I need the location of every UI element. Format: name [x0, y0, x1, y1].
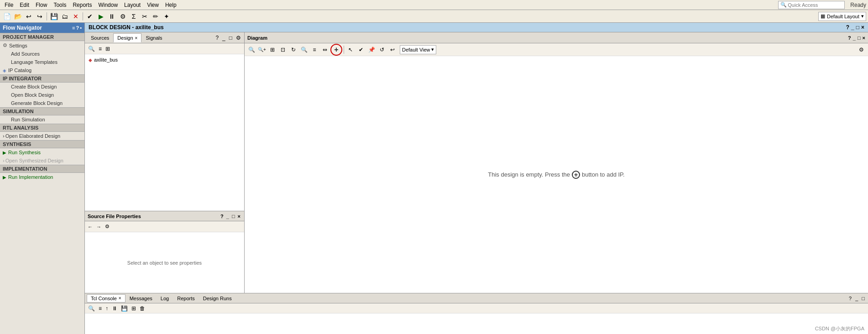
- console-max-icon[interactable]: □: [860, 295, 866, 302]
- sources-max-icon[interactable]: □: [228, 34, 234, 42]
- section-ip-integrator[interactable]: IP INTEGRATOR: [0, 74, 84, 83]
- menu-layout[interactable]: Layout: [121, 1, 143, 9]
- nav-run-simulation[interactable]: Run Simulation: [0, 115, 84, 124]
- diag-zoom-out-btn[interactable]: 🔍: [246, 45, 256, 55]
- console-save-icon[interactable]: 💾: [120, 305, 129, 312]
- console-tab-tcl-close[interactable]: ×: [119, 296, 121, 301]
- nav-create-block-design[interactable]: Create Block Design: [0, 83, 84, 91]
- new-btn[interactable]: 📄: [2, 11, 12, 21]
- menu-tools[interactable]: Tools: [51, 1, 69, 9]
- run-btn[interactable]: ▶: [96, 11, 106, 21]
- bd-close-icon[interactable]: ×: [861, 24, 864, 31]
- star-btn[interactable]: ✦: [162, 11, 172, 21]
- nav-run-synthesis[interactable]: ▶ Run Synthesis: [0, 148, 84, 157]
- diag-zoom-in-btn[interactable]: 🔍+: [257, 45, 267, 55]
- diag-rotate-btn[interactable]: ↻: [288, 45, 298, 55]
- quick-access-input[interactable]: [788, 2, 842, 8]
- menu-flow[interactable]: Flow: [33, 1, 50, 9]
- section-rtl-analysis[interactable]: RTL ANALYSIS: [0, 124, 84, 132]
- diag-zoom-reset-btn[interactable]: 🔍: [299, 45, 309, 55]
- diag-min-icon[interactable]: _: [853, 35, 856, 41]
- diag-spread-btn[interactable]: ⇔: [320, 45, 330, 55]
- view-dropdown[interactable]: Default View ▾: [400, 45, 436, 54]
- cut-btn[interactable]: ✂: [140, 11, 150, 21]
- settings-btn[interactable]: ⚙: [118, 11, 128, 21]
- flow-nav-help-icon[interactable]: ?: [76, 25, 79, 31]
- source-item-axilite[interactable]: ◆ axilite_bus: [87, 56, 242, 63]
- console-tab-design-runs[interactable]: Design Runs: [199, 294, 236, 303]
- tab-design[interactable]: Design ×: [113, 33, 141, 42]
- nav-settings[interactable]: ⚙ Settings: [0, 41, 84, 50]
- diag-undo-btn[interactable]: ↩: [387, 45, 397, 55]
- bd-min-icon[interactable]: _: [851, 24, 854, 31]
- console-tab-log[interactable]: Log: [157, 294, 173, 303]
- sources-filter-icon[interactable]: ≡: [97, 45, 103, 52]
- menu-window[interactable]: Window: [95, 1, 120, 9]
- tab-signals[interactable]: Signals: [141, 33, 166, 42]
- bd-max-icon[interactable]: □: [856, 24, 859, 31]
- bd-help-icon[interactable]: ?: [846, 24, 849, 31]
- diag-refresh-btn[interactable]: ↺: [377, 45, 387, 55]
- menu-edit[interactable]: Edit: [17, 1, 32, 9]
- menu-view[interactable]: View: [144, 1, 162, 9]
- diag-validate-btn[interactable]: ✔: [356, 45, 366, 55]
- quick-access-search[interactable]: 🔍: [778, 1, 845, 9]
- console-help-icon[interactable]: ?: [847, 295, 853, 302]
- sources-help-icon[interactable]: ?: [214, 34, 220, 42]
- tab-design-close[interactable]: ×: [135, 36, 138, 41]
- section-project-manager[interactable]: PROJECT MANAGER: [0, 33, 84, 41]
- edit-btn[interactable]: ✏: [151, 11, 161, 21]
- console-tab-reports[interactable]: Reports: [173, 294, 199, 303]
- console-min-icon[interactable]: _: [854, 295, 859, 302]
- props-max-icon[interactable]: □: [231, 213, 236, 219]
- props-fwd-icon[interactable]: →: [95, 224, 102, 230]
- props-help-icon[interactable]: ?: [220, 213, 225, 219]
- nav-open-synthesized-design[interactable]: › Open Synthesized Design: [0, 157, 84, 165]
- sources-search-icon[interactable]: 🔍: [87, 45, 96, 52]
- diag-close-icon[interactable]: ×: [863, 35, 865, 41]
- diag-pin-btn[interactable]: 📌: [366, 45, 376, 55]
- nav-ip-catalog[interactable]: ◈ IP Catalog: [0, 66, 84, 74]
- undo-btn[interactable]: ↩: [24, 11, 34, 21]
- console-clear-icon[interactable]: 🗑: [138, 305, 146, 312]
- diag-align-btn[interactable]: ≡: [309, 45, 319, 55]
- close-btn[interactable]: ✕: [71, 11, 81, 21]
- open-btn[interactable]: 📂: [13, 11, 23, 21]
- diag-fit2-btn[interactable]: ⊡: [278, 45, 288, 55]
- step-btn[interactable]: ⏸: [107, 11, 117, 21]
- nav-open-elaborated-design[interactable]: › Open Elaborated Design: [0, 132, 84, 140]
- nav-language-templates[interactable]: Language Templates: [0, 58, 84, 66]
- nav-generate-block-design[interactable]: Generate Block Design: [0, 99, 84, 107]
- console-tab-tcl[interactable]: Tcl Console ×: [87, 294, 125, 303]
- props-min-icon[interactable]: _: [225, 213, 230, 219]
- sources-settings-icon[interactable]: ⚙: [235, 34, 242, 42]
- section-implementation[interactable]: IMPLEMENTATION: [0, 165, 84, 173]
- check-btn[interactable]: ✔: [85, 11, 95, 21]
- diag-settings-gear[interactable]: ⚙: [856, 45, 866, 55]
- menu-file[interactable]: File: [2, 1, 16, 9]
- flow-nav-dot-icon[interactable]: •: [80, 25, 82, 31]
- props-settings-icon[interactable]: ⚙: [104, 223, 110, 230]
- tab-sources[interactable]: Sources: [87, 33, 113, 42]
- sources-min-icon[interactable]: _: [221, 34, 227, 42]
- flow-nav-menu-icon[interactable]: ≡: [72, 25, 75, 31]
- props-back-icon[interactable]: ←: [87, 224, 94, 230]
- console-search-icon[interactable]: 🔍: [87, 305, 96, 312]
- console-copy-icon[interactable]: ⊞: [130, 305, 137, 312]
- section-simulation[interactable]: SIMULATION: [0, 107, 84, 115]
- console-pause-icon[interactable]: ⏸: [110, 305, 119, 312]
- nav-run-implementation[interactable]: ▶ Run Implementation: [0, 173, 84, 181]
- props-close-icon[interactable]: ×: [237, 213, 241, 219]
- sum-btn[interactable]: Σ: [129, 11, 139, 21]
- console-up-icon[interactable]: ↑: [104, 305, 110, 312]
- console-filter-icon[interactable]: ≡: [97, 305, 103, 312]
- console-tab-messages[interactable]: Messages: [125, 294, 157, 303]
- diag-max-icon[interactable]: □: [858, 35, 861, 41]
- nav-open-block-design[interactable]: Open Block Design: [0, 91, 84, 99]
- nav-add-sources[interactable]: Add Sources: [0, 50, 84, 58]
- sources-hierarchy-icon[interactable]: ⊞: [104, 45, 111, 52]
- menu-reports[interactable]: Reports: [70, 1, 94, 9]
- save-btn[interactable]: 💾: [49, 11, 59, 21]
- diag-select-btn[interactable]: ↖: [345, 45, 356, 55]
- save-all-btn[interactable]: 🗂: [60, 11, 70, 21]
